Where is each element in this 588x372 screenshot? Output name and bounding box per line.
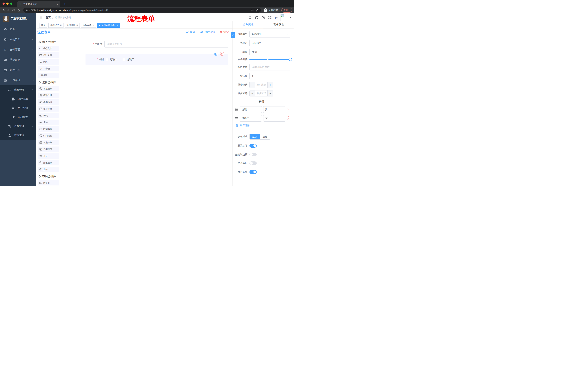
clear-button[interactable]: 清空 bbox=[220, 30, 229, 34]
min-select-stepper[interactable]: −至少应选＋ bbox=[249, 82, 273, 88]
tag-chip-3[interactable]: 流程表单✕ bbox=[81, 23, 96, 28]
forward-icon[interactable] bbox=[7, 9, 11, 12]
gender-checkbox-1[interactable]: 选项二 bbox=[123, 58, 134, 61]
avatar-caret-down-icon[interactable]: ▼ bbox=[290, 17, 292, 19]
component-chip[interactable]: 编辑器 bbox=[38, 73, 59, 78]
default-value-input[interactable]: 1 bbox=[249, 73, 290, 79]
add-option-button[interactable]: 添加选项 bbox=[236, 124, 290, 127]
view-json-button[interactable]: 查看json bbox=[200, 30, 215, 34]
component-chip[interactable]: 多选框组 bbox=[38, 106, 59, 112]
style-option-1[interactable]: 按钮 bbox=[260, 134, 270, 139]
sidebar-item-8[interactable]: 用户分组 bbox=[0, 104, 36, 113]
bookmark-star-icon[interactable] bbox=[256, 9, 259, 12]
copy-component-button[interactable] bbox=[214, 52, 218, 56]
sidebar-item-1[interactable]: 系统管理 bbox=[0, 34, 36, 45]
plus-button[interactable]: ＋ bbox=[267, 90, 273, 96]
phone-input[interactable]: 请输入手机号 bbox=[105, 41, 228, 48]
component-type-select[interactable]: 多选框组⌄ bbox=[249, 31, 290, 37]
phone-field-row[interactable]: 手机号 请输入手机号 bbox=[85, 41, 228, 48]
component-chip[interactable]: 颜色选择 bbox=[38, 160, 59, 165]
component-chip[interactable]: 单行文本 bbox=[38, 46, 59, 51]
tab-close-icon[interactable]: ✕ bbox=[57, 3, 59, 6]
home-icon[interactable] bbox=[17, 9, 21, 12]
breadcrumb-home[interactable]: 首页 bbox=[46, 16, 51, 19]
window-controls[interactable] bbox=[0, 0, 15, 7]
browser-menu-icon[interactable] bbox=[290, 9, 290, 11]
github-icon[interactable] bbox=[254, 15, 259, 20]
component-chip[interactable]: 上传 bbox=[38, 167, 59, 172]
close-icon[interactable]: ✕ bbox=[60, 24, 62, 26]
toggle-switch[interactable] bbox=[249, 161, 257, 165]
new-tab-button[interactable]: ＋ bbox=[63, 2, 66, 6]
component-chip[interactable]: 密码 bbox=[38, 59, 59, 65]
search-icon[interactable] bbox=[248, 15, 252, 20]
fullscreen-icon[interactable] bbox=[267, 15, 272, 20]
gender-checkbox-0[interactable]: 选项一 bbox=[106, 58, 117, 61]
field-name-input[interactable]: field122 bbox=[249, 40, 290, 46]
slider-handle[interactable] bbox=[289, 58, 292, 61]
option-value-input[interactable]: 男 bbox=[263, 106, 285, 113]
label-width-input[interactable]: 请输入标签宽度 bbox=[249, 64, 290, 70]
component-chip[interactable]: 时间选择 bbox=[38, 126, 59, 132]
component-chip[interactable]: 日期选择 bbox=[38, 140, 59, 145]
toggle-switch[interactable] bbox=[249, 170, 257, 174]
sidebar-item-9[interactable]: 流程模型 bbox=[0, 113, 36, 122]
tab-component-props[interactable]: 组件属性 bbox=[233, 21, 263, 28]
component-chip[interactable]: 单选框组 bbox=[38, 99, 59, 105]
sidebar-item-3[interactable]: 基础设施 bbox=[0, 55, 36, 65]
drag-handle-icon[interactable] bbox=[235, 117, 238, 120]
remove-option-button[interactable] bbox=[287, 108, 290, 111]
component-chip[interactable]: 开关 bbox=[38, 113, 59, 118]
plus-button[interactable]: ＋ bbox=[267, 82, 273, 88]
font-size-icon[interactable]: TT bbox=[274, 15, 279, 20]
minus-button[interactable]: − bbox=[250, 82, 255, 88]
component-chip[interactable]: 日期范围 bbox=[38, 147, 59, 152]
form-canvas[interactable]: 手机号 请输入手机号 性别 选项一选项二 bbox=[83, 36, 232, 186]
component-chip[interactable]: 滑块 bbox=[38, 120, 59, 125]
tag-chip-0[interactable]: 首页 bbox=[39, 23, 47, 28]
component-chip[interactable]: 行容器 bbox=[38, 180, 59, 185]
close-window-button[interactable] bbox=[2, 2, 5, 5]
grid-slider[interactable] bbox=[249, 58, 290, 61]
style-option-0[interactable]: 默认 bbox=[250, 134, 260, 139]
maximize-window-button[interactable] bbox=[10, 2, 12, 5]
tag-chip-1[interactable]: 流程定义✕ bbox=[48, 23, 63, 28]
close-icon[interactable]: ✕ bbox=[92, 24, 94, 26]
minus-button[interactable]: − bbox=[250, 90, 255, 96]
option-name-input[interactable]: 选项二 bbox=[240, 115, 262, 122]
remove-option-button[interactable] bbox=[287, 117, 290, 120]
component-chip[interactable]: 评分 bbox=[38, 153, 59, 159]
tag-chip-4[interactable]: 流程表单-编辑✕ bbox=[97, 23, 120, 28]
sidebar-item-6[interactable]: 流程管理 bbox=[0, 85, 36, 95]
max-select-stepper[interactable]: −最多可选＋ bbox=[249, 90, 273, 96]
minimize-window-button[interactable] bbox=[6, 2, 9, 5]
address-bar[interactable]: 不安全 dashboard.yudao.iocoder.cn/bpm/manag… bbox=[23, 8, 261, 12]
sidebar-item-4[interactable]: 研发工具 bbox=[0, 65, 36, 75]
component-chip[interactable]: 级联选择 bbox=[38, 93, 59, 98]
reload-icon[interactable] bbox=[12, 9, 16, 12]
key-icon[interactable] bbox=[251, 9, 254, 12]
avatar[interactable] bbox=[281, 14, 288, 21]
tab-form-props[interactable]: 表单属性 bbox=[263, 21, 294, 28]
delete-component-button[interactable] bbox=[220, 52, 224, 56]
tag-chip-2[interactable]: 流程模型✕ bbox=[64, 23, 80, 28]
sidebar-item-5[interactable]: 工作流程 bbox=[0, 75, 36, 85]
component-chip[interactable]: 123计数器 bbox=[38, 66, 59, 71]
component-chip[interactable]: 时间范围 bbox=[38, 133, 59, 138]
sidebar-item-2[interactable]: ¥支付管理 bbox=[0, 45, 36, 55]
sidebar-item-7[interactable]: 流程表单 bbox=[0, 95, 36, 104]
toggle-switch[interactable] bbox=[249, 153, 257, 156]
link-icon[interactable] bbox=[231, 32, 235, 38]
drag-handle-icon[interactable] bbox=[235, 108, 238, 111]
browser-tab[interactable]: 芋道管理系统 ✕ bbox=[17, 1, 60, 7]
save-button[interactable]: 保存 bbox=[186, 30, 195, 34]
menu-fold-icon[interactable] bbox=[39, 16, 43, 20]
close-icon[interactable]: ✕ bbox=[76, 24, 78, 26]
component-chip[interactable]: 下拉选择 bbox=[38, 86, 59, 91]
sidebar-item-10[interactable]: 任务管理 bbox=[0, 122, 36, 131]
help-icon[interactable] bbox=[261, 15, 266, 20]
option-name-input[interactable]: 选项一 bbox=[240, 106, 262, 113]
sidebar-item-0[interactable]: 首页 bbox=[0, 24, 36, 34]
toggle-switch[interactable] bbox=[249, 144, 257, 148]
component-chip[interactable]: 多行文本 bbox=[38, 53, 59, 58]
